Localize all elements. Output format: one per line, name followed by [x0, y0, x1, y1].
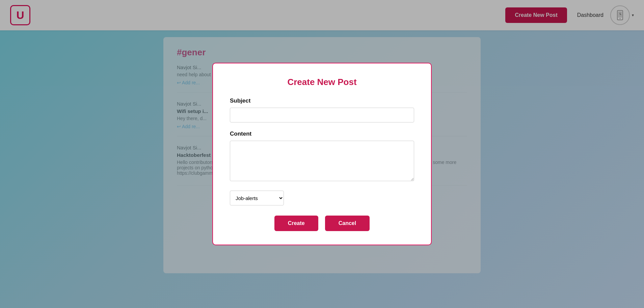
subject-input[interactable]	[230, 108, 414, 122]
create-post-modal: Create New Post Subject Content Job-aler…	[212, 63, 432, 245]
category-group: Job-alertsGeneralAnnouncementsHelp	[230, 191, 414, 205]
content-group: Content	[230, 131, 414, 183]
modal-title: Create New Post	[230, 77, 414, 87]
modal-cancel-button[interactable]: Cancel	[325, 216, 370, 231]
content-textarea[interactable]	[230, 141, 414, 181]
modal-actions: Create Cancel	[230, 216, 414, 231]
subject-label: Subject	[230, 97, 414, 104]
subject-group: Subject	[230, 97, 414, 122]
category-select[interactable]: Job-alertsGeneralAnnouncementsHelp	[230, 191, 284, 205]
content-label: Content	[230, 131, 414, 137]
modal-create-button[interactable]: Create	[274, 216, 318, 231]
modal-overlay: Create New Post Subject Content Job-aler…	[0, 0, 644, 308]
